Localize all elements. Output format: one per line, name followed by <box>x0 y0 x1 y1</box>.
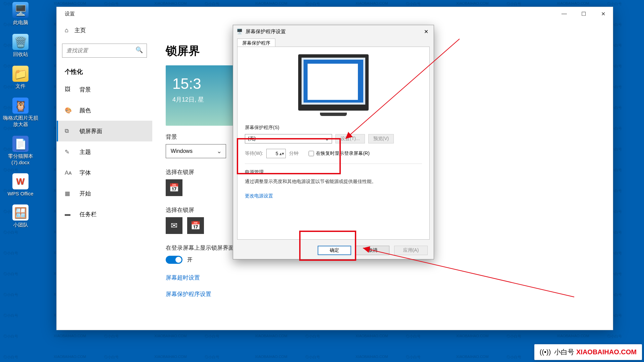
home-label: 主页 <box>74 26 86 34</box>
desktop-icon-label: 回收站 <box>13 51 28 58</box>
settings-sidebar: ⌂主页 🔍 个性化 🖼背景 🎨颜色 ⧉锁屏界面 ✎主题 Aᴀ字体 ▦开始 ▬任务… <box>57 20 152 330</box>
desktop-icon-team[interactable]: 🪟小团队 <box>2 204 39 228</box>
desktop-icon-app1[interactable]: 🦉嗨格式图片无损放大器 <box>2 98 39 128</box>
highlight-box <box>237 138 341 174</box>
desktop-icon-label: 零分猫脚本(7).docx <box>2 153 39 165</box>
desktop-icon-recycle[interactable]: 🗑️回收站 <box>2 34 39 58</box>
cancel-button[interactable]: 取消 <box>356 246 389 255</box>
font-icon: Aᴀ <box>65 169 72 176</box>
screensaver-group-label: 屏幕保护程序(S) <box>245 125 422 131</box>
preview-button[interactable]: 预览(V) <box>368 134 394 143</box>
dialog-icon: 🖥️ <box>236 28 243 35</box>
category-title: 个性化 <box>57 61 152 79</box>
theme-icon: ✎ <box>65 148 72 156</box>
quick-tile-2[interactable]: 📅 <box>187 217 204 234</box>
preview-date: 4月12日, 星 <box>172 96 204 104</box>
nav-fonts[interactable]: Aᴀ字体 <box>57 162 152 183</box>
apply-button[interactable]: 应用(A) <box>394 246 428 255</box>
maximize-button[interactable]: ☐ <box>574 7 593 20</box>
start-icon: ▦ <box>65 190 72 197</box>
close-button[interactable]: ✕ <box>593 7 613 20</box>
nav-background[interactable]: 🖼背景 <box>57 79 152 100</box>
palette-icon: 🎨 <box>65 107 72 114</box>
picture-icon: 🖼 <box>65 86 72 93</box>
window-title: 设置 <box>57 11 75 17</box>
home-nav[interactable]: ⌂主页 <box>57 20 152 40</box>
home-icon: ⌂ <box>65 27 68 34</box>
power-link[interactable]: 更改电源设置 <box>245 193 273 198</box>
nav-themes[interactable]: ✎主题 <box>57 141 152 162</box>
toggle-state: 开 <box>187 256 193 263</box>
nav-colors[interactable]: 🎨颜色 <box>57 100 152 121</box>
search-icon: 🔍 <box>136 46 143 54</box>
desktop-icon-label: 文件 <box>15 83 25 89</box>
background-dropdown[interactable]: Windows <box>166 144 226 158</box>
desktop-icon-label: 小团队 <box>13 222 28 228</box>
monitor-preview <box>298 54 369 111</box>
power-desc: 通过调整显示亮度和其他电源设置以节省能源或提供最佳性能。 <box>245 179 422 185</box>
link-screensaver[interactable]: 屏幕保护程序设置 <box>166 290 599 298</box>
dialog-title: 🖥️ 屏幕保护程序设置 <box>236 28 286 35</box>
desktop-icon-docx[interactable]: 📄零分猫脚本(7).docx <box>2 136 39 165</box>
desktop-icon-label: WPS Office <box>7 191 33 196</box>
quick-tile-1[interactable]: ✉ <box>166 217 182 234</box>
desktop-icon-label: 嗨格式图片无损放大器 <box>2 115 39 128</box>
lock-icon: ⧉ <box>65 128 72 134</box>
dialog-tab[interactable]: 屏幕保护程序 <box>237 39 275 48</box>
desktop-icon-wps[interactable]: WPS Office <box>2 173 39 196</box>
desktop-icons: 🖥️此电脑 🗑️回收站 📁文件 🦉嗨格式图片无损放大器 📄零分猫脚本(7).do… <box>2 2 39 236</box>
desktop-icon-this-pc[interactable]: 🖥️此电脑 <box>2 2 39 26</box>
link-timeout[interactable]: 屏幕超时设置 <box>166 274 599 282</box>
dialog-close-button[interactable]: ✕ <box>418 25 434 38</box>
nav-lockscreen[interactable]: ⧉锁屏界面 <box>57 121 152 141</box>
nav-taskbar[interactable]: ▬任务栏 <box>57 204 152 225</box>
desktop-icon-label: 此电脑 <box>13 19 28 26</box>
broadcast-icon: ((•)) <box>540 348 551 356</box>
app-tile-calendar[interactable]: 📅 <box>166 179 182 196</box>
titlebar: 设置 — ☐ ✕ <box>57 7 613 20</box>
minimize-button[interactable]: — <box>554 7 574 20</box>
search-input[interactable] <box>62 44 147 58</box>
preview-time: 15:3 <box>172 75 201 92</box>
highlight-box <box>299 231 356 261</box>
taskbar-icon: ▬ <box>65 211 72 218</box>
nav-start[interactable]: ▦开始 <box>57 183 152 204</box>
desktop-icon-files[interactable]: 📁文件 <box>2 66 39 89</box>
watermark-badge: ((•)) 小白号 XIAOBAIHAO.COM <box>534 344 642 360</box>
